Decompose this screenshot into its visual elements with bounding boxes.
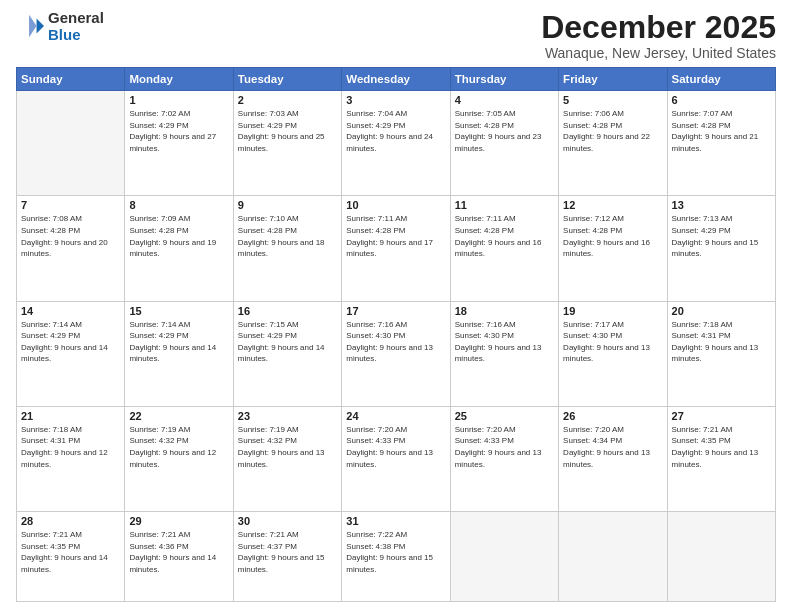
day-number: 16 [238, 305, 337, 317]
title-section: December 2025 Wanaque, New Jersey, Unite… [541, 10, 776, 61]
table-row: 27Sunrise: 7:21 AM Sunset: 4:35 PM Dayli… [667, 406, 775, 511]
logo-text: General Blue [48, 10, 104, 43]
day-number: 17 [346, 305, 445, 317]
logo-icon [16, 13, 44, 41]
day-info: Sunrise: 7:14 AM Sunset: 4:29 PM Dayligh… [129, 319, 228, 365]
day-info: Sunrise: 7:09 AM Sunset: 4:28 PM Dayligh… [129, 213, 228, 259]
day-info: Sunrise: 7:18 AM Sunset: 4:31 PM Dayligh… [21, 424, 120, 470]
day-info: Sunrise: 7:18 AM Sunset: 4:31 PM Dayligh… [672, 319, 771, 365]
table-row: 12Sunrise: 7:12 AM Sunset: 4:28 PM Dayli… [559, 196, 667, 301]
day-number: 19 [563, 305, 662, 317]
day-info: Sunrise: 7:20 AM Sunset: 4:33 PM Dayligh… [346, 424, 445, 470]
table-row: 6Sunrise: 7:07 AM Sunset: 4:28 PM Daylig… [667, 91, 775, 196]
day-number: 13 [672, 199, 771, 211]
header-sunday: Sunday [17, 68, 125, 91]
table-row: 2Sunrise: 7:03 AM Sunset: 4:29 PM Daylig… [233, 91, 341, 196]
day-number: 25 [455, 410, 554, 422]
day-number: 8 [129, 199, 228, 211]
day-number: 21 [21, 410, 120, 422]
table-row: 17Sunrise: 7:16 AM Sunset: 4:30 PM Dayli… [342, 301, 450, 406]
table-row: 11Sunrise: 7:11 AM Sunset: 4:28 PM Dayli… [450, 196, 558, 301]
header-tuesday: Tuesday [233, 68, 341, 91]
main-title: December 2025 [541, 10, 776, 45]
day-number: 14 [21, 305, 120, 317]
day-info: Sunrise: 7:14 AM Sunset: 4:29 PM Dayligh… [21, 319, 120, 365]
table-row: 28Sunrise: 7:21 AM Sunset: 4:35 PM Dayli… [17, 512, 125, 602]
day-number: 12 [563, 199, 662, 211]
day-info: Sunrise: 7:17 AM Sunset: 4:30 PM Dayligh… [563, 319, 662, 365]
table-row: 20Sunrise: 7:18 AM Sunset: 4:31 PM Dayli… [667, 301, 775, 406]
table-row: 3Sunrise: 7:04 AM Sunset: 4:29 PM Daylig… [342, 91, 450, 196]
table-row [667, 512, 775, 602]
day-info: Sunrise: 7:22 AM Sunset: 4:38 PM Dayligh… [346, 529, 445, 575]
day-number: 26 [563, 410, 662, 422]
table-row: 26Sunrise: 7:20 AM Sunset: 4:34 PM Dayli… [559, 406, 667, 511]
day-info: Sunrise: 7:02 AM Sunset: 4:29 PM Dayligh… [129, 108, 228, 154]
table-row: 21Sunrise: 7:18 AM Sunset: 4:31 PM Dayli… [17, 406, 125, 511]
day-info: Sunrise: 7:16 AM Sunset: 4:30 PM Dayligh… [455, 319, 554, 365]
day-number: 15 [129, 305, 228, 317]
table-row: 9Sunrise: 7:10 AM Sunset: 4:28 PM Daylig… [233, 196, 341, 301]
day-info: Sunrise: 7:05 AM Sunset: 4:28 PM Dayligh… [455, 108, 554, 154]
table-row: 31Sunrise: 7:22 AM Sunset: 4:38 PM Dayli… [342, 512, 450, 602]
table-row: 22Sunrise: 7:19 AM Sunset: 4:32 PM Dayli… [125, 406, 233, 511]
table-row: 14Sunrise: 7:14 AM Sunset: 4:29 PM Dayli… [17, 301, 125, 406]
table-row: 4Sunrise: 7:05 AM Sunset: 4:28 PM Daylig… [450, 91, 558, 196]
table-row [559, 512, 667, 602]
header: General Blue December 2025 Wanaque, New … [16, 10, 776, 61]
table-row: 5Sunrise: 7:06 AM Sunset: 4:28 PM Daylig… [559, 91, 667, 196]
day-info: Sunrise: 7:21 AM Sunset: 4:35 PM Dayligh… [672, 424, 771, 470]
day-number: 18 [455, 305, 554, 317]
day-number: 4 [455, 94, 554, 106]
day-number: 1 [129, 94, 228, 106]
day-info: Sunrise: 7:19 AM Sunset: 4:32 PM Dayligh… [129, 424, 228, 470]
day-info: Sunrise: 7:20 AM Sunset: 4:33 PM Dayligh… [455, 424, 554, 470]
day-info: Sunrise: 7:21 AM Sunset: 4:37 PM Dayligh… [238, 529, 337, 575]
day-number: 9 [238, 199, 337, 211]
day-info: Sunrise: 7:07 AM Sunset: 4:28 PM Dayligh… [672, 108, 771, 154]
table-row [450, 512, 558, 602]
header-monday: Monday [125, 68, 233, 91]
day-info: Sunrise: 7:11 AM Sunset: 4:28 PM Dayligh… [455, 213, 554, 259]
day-number: 11 [455, 199, 554, 211]
day-info: Sunrise: 7:15 AM Sunset: 4:29 PM Dayligh… [238, 319, 337, 365]
day-info: Sunrise: 7:20 AM Sunset: 4:34 PM Dayligh… [563, 424, 662, 470]
day-number: 7 [21, 199, 120, 211]
day-info: Sunrise: 7:16 AM Sunset: 4:30 PM Dayligh… [346, 319, 445, 365]
logo: General Blue [16, 10, 104, 43]
day-number: 22 [129, 410, 228, 422]
day-number: 29 [129, 515, 228, 527]
page: General Blue December 2025 Wanaque, New … [0, 0, 792, 612]
day-number: 6 [672, 94, 771, 106]
day-info: Sunrise: 7:19 AM Sunset: 4:32 PM Dayligh… [238, 424, 337, 470]
table-row: 18Sunrise: 7:16 AM Sunset: 4:30 PM Dayli… [450, 301, 558, 406]
day-number: 5 [563, 94, 662, 106]
day-info: Sunrise: 7:12 AM Sunset: 4:28 PM Dayligh… [563, 213, 662, 259]
day-number: 28 [21, 515, 120, 527]
day-number: 2 [238, 94, 337, 106]
table-row: 13Sunrise: 7:13 AM Sunset: 4:29 PM Dayli… [667, 196, 775, 301]
day-number: 23 [238, 410, 337, 422]
calendar-table: Sunday Monday Tuesday Wednesday Thursday… [16, 67, 776, 602]
table-row: 7Sunrise: 7:08 AM Sunset: 4:28 PM Daylig… [17, 196, 125, 301]
day-number: 31 [346, 515, 445, 527]
table-row: 19Sunrise: 7:17 AM Sunset: 4:30 PM Dayli… [559, 301, 667, 406]
table-row [17, 91, 125, 196]
day-number: 10 [346, 199, 445, 211]
table-row: 23Sunrise: 7:19 AM Sunset: 4:32 PM Dayli… [233, 406, 341, 511]
table-row: 1Sunrise: 7:02 AM Sunset: 4:29 PM Daylig… [125, 91, 233, 196]
svg-marker-0 [37, 18, 44, 33]
logo-general: General [48, 10, 104, 27]
table-row: 29Sunrise: 7:21 AM Sunset: 4:36 PM Dayli… [125, 512, 233, 602]
day-number: 30 [238, 515, 337, 527]
day-number: 3 [346, 94, 445, 106]
day-info: Sunrise: 7:10 AM Sunset: 4:28 PM Dayligh… [238, 213, 337, 259]
day-info: Sunrise: 7:13 AM Sunset: 4:29 PM Dayligh… [672, 213, 771, 259]
day-info: Sunrise: 7:06 AM Sunset: 4:28 PM Dayligh… [563, 108, 662, 154]
day-info: Sunrise: 7:21 AM Sunset: 4:35 PM Dayligh… [21, 529, 120, 575]
day-info: Sunrise: 7:04 AM Sunset: 4:29 PM Dayligh… [346, 108, 445, 154]
day-info: Sunrise: 7:11 AM Sunset: 4:28 PM Dayligh… [346, 213, 445, 259]
day-info: Sunrise: 7:03 AM Sunset: 4:29 PM Dayligh… [238, 108, 337, 154]
day-number: 27 [672, 410, 771, 422]
day-info: Sunrise: 7:21 AM Sunset: 4:36 PM Dayligh… [129, 529, 228, 575]
